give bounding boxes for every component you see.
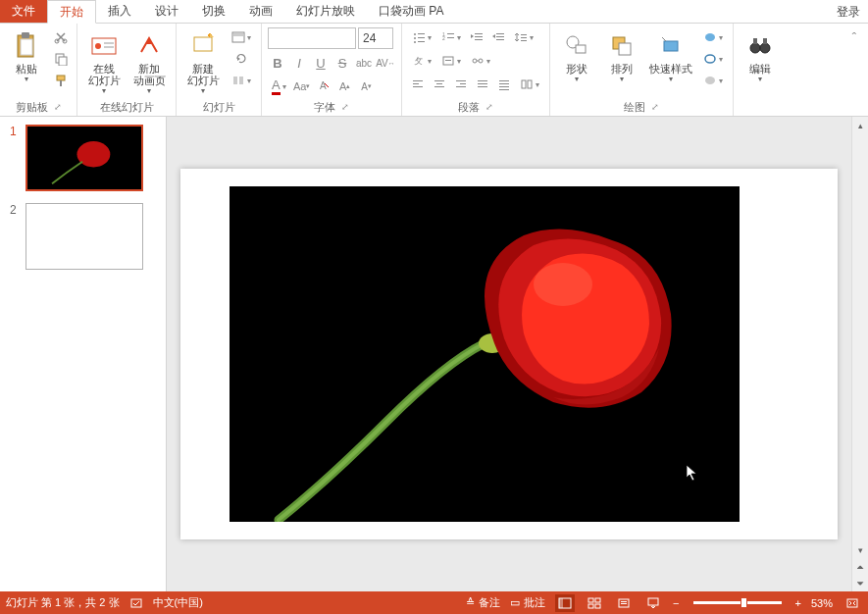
align-text-button[interactable]: ▾ [437,51,465,71]
comments-icon: ▭ [510,596,520,609]
change-case-button[interactable]: Aa▾ [292,77,312,96]
line-spacing-button[interactable]: ▾ [510,27,537,47]
fit-to-window-button[interactable] [842,594,862,612]
find-button[interactable]: 编辑 ▾ [740,27,781,98]
svg-rect-58 [478,86,487,87]
numbering-button[interactable]: 12▾ [437,27,465,47]
svg-rect-87 [595,598,600,602]
slide-canvas[interactable] [167,117,851,591]
scroll-down-button[interactable]: ▾ [852,541,868,558]
align-center-button[interactable] [430,75,449,94]
increase-indent-button[interactable] [488,27,508,47]
format-painter-button[interactable] [51,71,71,90]
thumbnail-item[interactable]: 1 [10,125,156,191]
cut-button[interactable] [51,27,71,47]
thumbnail-item[interactable]: 2 [10,203,156,270]
next-slide-button[interactable]: ⏷ [852,575,868,591]
online-slides-button[interactable]: 在线 幻灯片 ▾ [83,27,125,98]
svg-rect-26 [418,41,425,42]
decrease-indent-button[interactable] [467,27,486,47]
zoom-slider[interactable] [693,601,782,604]
align-right-button[interactable] [451,75,471,94]
section-button[interactable]: ▾ [228,71,255,90]
text-direction-button[interactable]: 攵▾ [408,51,435,71]
shape-outline-button[interactable]: ▾ [699,49,727,69]
svg-rect-56 [478,80,487,81]
prev-slide-button[interactable]: ⏶ [852,558,868,575]
sorter-view-button[interactable] [585,594,604,612]
tab-slideshow[interactable]: 幻灯片放映 [284,0,367,23]
quick-styles-button[interactable]: 快速样式 ▾ [646,27,695,98]
font-color-button[interactable]: A▾ [268,77,290,96]
bullets-button[interactable]: ▾ [408,27,435,47]
svg-rect-8 [60,80,62,86]
shape-effects-button[interactable]: ▾ [699,71,727,90]
dialog-launcher-icon[interactable]: ⤢ [54,102,62,112]
group-font: 24 B I U S abc AV↔ A▾ Aa▾ A A▴ A▾ [262,24,402,116]
scroll-up-button[interactable]: ▴ [852,117,868,133]
svg-rect-41 [521,40,527,41]
slide-image[interactable] [230,186,740,522]
slide-counter[interactable]: 幻灯片 第 1 张，共 2 张 [6,595,120,610]
arrange-button[interactable]: 排列 ▾ [601,27,642,98]
animation-page-icon [133,29,165,61]
shrink-font-button[interactable]: A▾ [357,77,377,96]
group-slides: 新建 幻灯片 ▾ ▾ ▾ 幻灯片 [177,24,262,116]
slideshow-view-button[interactable] [643,594,663,612]
collapse-ribbon-button[interactable]: ˆ [844,27,864,47]
comments-button[interactable]: ▭批注 [510,595,545,610]
tab-pocket[interactable]: 口袋动画 PA [367,0,455,23]
login-link[interactable]: 登录 [829,0,868,23]
svg-rect-51 [436,83,442,84]
tab-animation[interactable]: 动画 [237,0,284,23]
thumbnail-slide-1[interactable] [26,125,143,191]
thumbnail-slide-2[interactable] [26,203,143,270]
zoom-level[interactable]: 53% [811,597,833,609]
current-slide[interactable] [180,169,838,539]
tab-transition[interactable]: 切换 [190,0,237,23]
reading-view-button[interactable] [614,594,634,612]
grow-font-button[interactable]: A▴ [335,77,355,96]
justify-button[interactable] [473,75,492,94]
normal-view-button[interactable] [555,594,575,612]
svg-rect-93 [648,598,658,605]
shape-fill-button[interactable]: ▾ [699,27,727,47]
distribute-button[interactable] [494,75,514,94]
notes-button[interactable]: ≙备注 [466,595,500,610]
tab-home[interactable]: 开始 [47,0,96,24]
dialog-launcher-icon[interactable]: ⤢ [341,102,349,112]
tab-insert[interactable]: 插入 [96,0,143,23]
shadow-button[interactable]: abc [354,53,374,73]
italic-button[interactable]: I [289,53,309,73]
dialog-launcher-icon[interactable]: ⤢ [485,102,493,112]
columns-button[interactable]: ▾ [516,75,543,94]
svg-rect-2 [21,39,32,55]
smartart-button[interactable]: ▾ [467,51,494,71]
font-size-combo[interactable]: 24 [358,27,393,49]
layout-button[interactable]: ▾ [228,27,255,47]
chevron-down-icon: ▾ [201,86,205,95]
new-slide-button[interactable]: 新建 幻灯片 ▾ [182,27,224,98]
vertical-scrollbar[interactable]: ▴ ▾ ⏶ ⏷ [851,117,868,591]
tab-design[interactable]: 设计 [143,0,190,23]
strikethrough-button[interactable]: S [332,53,352,73]
align-left-button[interactable] [408,75,428,94]
tab-file[interactable]: 文件 [0,0,47,23]
reset-button[interactable] [228,49,255,69]
new-animation-page-button[interactable]: 新加 动画页 ▾ [128,27,170,98]
svg-rect-14 [194,37,212,51]
underline-button[interactable]: U [311,53,331,73]
copy-button[interactable] [51,49,71,69]
font-name-combo[interactable] [268,27,356,49]
char-spacing-button[interactable]: AV↔ [376,53,395,73]
bold-button[interactable]: B [268,53,287,73]
shapes-button[interactable]: 形状 ▾ [556,27,597,98]
language-indicator[interactable]: 中文(中国) [153,595,203,610]
paste-button[interactable]: 粘贴 ▾ [6,27,47,98]
spellcheck-icon[interactable] [129,596,143,610]
dialog-launcher-icon[interactable]: ⤢ [651,102,659,112]
clear-format-button[interactable]: A [314,77,333,96]
zoom-in-button[interactable]: + [795,597,801,609]
svg-rect-7 [57,76,65,80]
zoom-out-button[interactable]: − [673,597,679,609]
